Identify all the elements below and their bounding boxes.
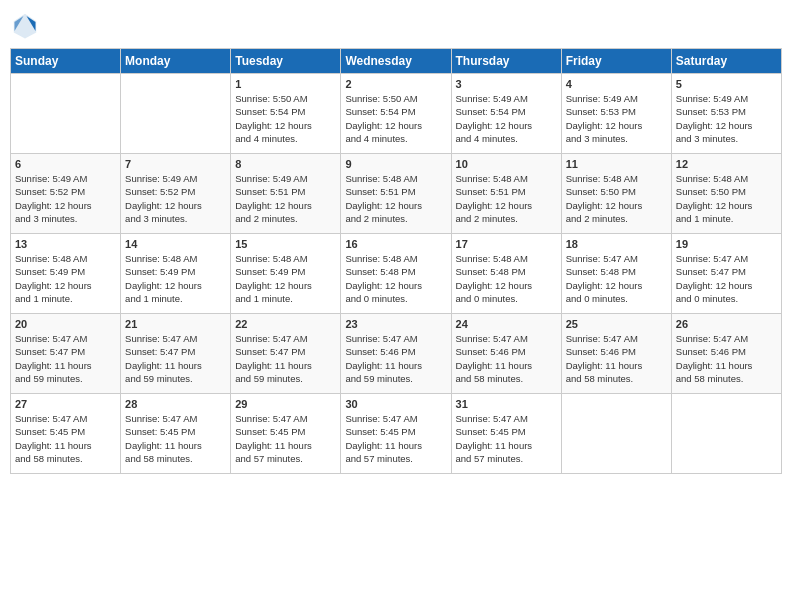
day-number: 3 (456, 78, 557, 90)
day-info: Sunrise: 5:47 AM Sunset: 5:46 PM Dayligh… (456, 332, 557, 385)
day-number: 13 (15, 238, 116, 250)
day-number: 17 (456, 238, 557, 250)
day-header-saturday: Saturday (671, 49, 781, 74)
calendar-body: 1Sunrise: 5:50 AM Sunset: 5:54 PM Daylig… (11, 74, 782, 474)
day-info: Sunrise: 5:48 AM Sunset: 5:51 PM Dayligh… (345, 172, 446, 225)
day-info: Sunrise: 5:47 AM Sunset: 5:46 PM Dayligh… (676, 332, 777, 385)
calendar-cell: 13Sunrise: 5:48 AM Sunset: 5:49 PM Dayli… (11, 234, 121, 314)
day-info: Sunrise: 5:47 AM Sunset: 5:46 PM Dayligh… (345, 332, 446, 385)
calendar-week-5: 27Sunrise: 5:47 AM Sunset: 5:45 PM Dayli… (11, 394, 782, 474)
calendar-cell: 27Sunrise: 5:47 AM Sunset: 5:45 PM Dayli… (11, 394, 121, 474)
day-number: 26 (676, 318, 777, 330)
calendar-cell: 17Sunrise: 5:48 AM Sunset: 5:48 PM Dayli… (451, 234, 561, 314)
day-info: Sunrise: 5:47 AM Sunset: 5:47 PM Dayligh… (235, 332, 336, 385)
day-number: 14 (125, 238, 226, 250)
calendar-cell: 16Sunrise: 5:48 AM Sunset: 5:48 PM Dayli… (341, 234, 451, 314)
day-info: Sunrise: 5:49 AM Sunset: 5:52 PM Dayligh… (15, 172, 116, 225)
day-header-sunday: Sunday (11, 49, 121, 74)
calendar-week-3: 13Sunrise: 5:48 AM Sunset: 5:49 PM Dayli… (11, 234, 782, 314)
calendar-cell: 19Sunrise: 5:47 AM Sunset: 5:47 PM Dayli… (671, 234, 781, 314)
day-number: 29 (235, 398, 336, 410)
calendar-cell: 29Sunrise: 5:47 AM Sunset: 5:45 PM Dayli… (231, 394, 341, 474)
day-number: 21 (125, 318, 226, 330)
calendar-cell: 30Sunrise: 5:47 AM Sunset: 5:45 PM Dayli… (341, 394, 451, 474)
day-number: 31 (456, 398, 557, 410)
day-info: Sunrise: 5:47 AM Sunset: 5:47 PM Dayligh… (676, 252, 777, 305)
calendar-cell (671, 394, 781, 474)
calendar-cell: 22Sunrise: 5:47 AM Sunset: 5:47 PM Dayli… (231, 314, 341, 394)
calendar-cell: 18Sunrise: 5:47 AM Sunset: 5:48 PM Dayli… (561, 234, 671, 314)
day-info: Sunrise: 5:47 AM Sunset: 5:45 PM Dayligh… (345, 412, 446, 465)
day-info: Sunrise: 5:48 AM Sunset: 5:49 PM Dayligh… (15, 252, 116, 305)
day-info: Sunrise: 5:48 AM Sunset: 5:49 PM Dayligh… (125, 252, 226, 305)
calendar-cell: 8Sunrise: 5:49 AM Sunset: 5:51 PM Daylig… (231, 154, 341, 234)
calendar-cell: 23Sunrise: 5:47 AM Sunset: 5:46 PM Dayli… (341, 314, 451, 394)
day-number: 8 (235, 158, 336, 170)
day-number: 11 (566, 158, 667, 170)
day-info: Sunrise: 5:49 AM Sunset: 5:51 PM Dayligh… (235, 172, 336, 225)
day-info: Sunrise: 5:50 AM Sunset: 5:54 PM Dayligh… (345, 92, 446, 145)
day-header-thursday: Thursday (451, 49, 561, 74)
day-number: 19 (676, 238, 777, 250)
day-info: Sunrise: 5:48 AM Sunset: 5:49 PM Dayligh… (235, 252, 336, 305)
day-number: 2 (345, 78, 446, 90)
calendar-cell: 28Sunrise: 5:47 AM Sunset: 5:45 PM Dayli… (121, 394, 231, 474)
calendar-cell: 24Sunrise: 5:47 AM Sunset: 5:46 PM Dayli… (451, 314, 561, 394)
day-number: 24 (456, 318, 557, 330)
calendar-cell: 1Sunrise: 5:50 AM Sunset: 5:54 PM Daylig… (231, 74, 341, 154)
day-info: Sunrise: 5:47 AM Sunset: 5:45 PM Dayligh… (125, 412, 226, 465)
page-header (10, 10, 782, 40)
calendar-cell: 11Sunrise: 5:48 AM Sunset: 5:50 PM Dayli… (561, 154, 671, 234)
logo (10, 10, 44, 40)
day-info: Sunrise: 5:48 AM Sunset: 5:50 PM Dayligh… (566, 172, 667, 225)
day-info: Sunrise: 5:47 AM Sunset: 5:47 PM Dayligh… (125, 332, 226, 385)
day-header-wednesday: Wednesday (341, 49, 451, 74)
calendar-cell: 31Sunrise: 5:47 AM Sunset: 5:45 PM Dayli… (451, 394, 561, 474)
day-number: 12 (676, 158, 777, 170)
calendar-cell: 26Sunrise: 5:47 AM Sunset: 5:46 PM Dayli… (671, 314, 781, 394)
day-header-friday: Friday (561, 49, 671, 74)
day-number: 10 (456, 158, 557, 170)
day-info: Sunrise: 5:48 AM Sunset: 5:51 PM Dayligh… (456, 172, 557, 225)
calendar-cell: 25Sunrise: 5:47 AM Sunset: 5:46 PM Dayli… (561, 314, 671, 394)
calendar-cell: 12Sunrise: 5:48 AM Sunset: 5:50 PM Dayli… (671, 154, 781, 234)
day-number: 20 (15, 318, 116, 330)
day-info: Sunrise: 5:48 AM Sunset: 5:50 PM Dayligh… (676, 172, 777, 225)
day-info: Sunrise: 5:49 AM Sunset: 5:54 PM Dayligh… (456, 92, 557, 145)
day-number: 4 (566, 78, 667, 90)
day-number: 1 (235, 78, 336, 90)
day-header-monday: Monday (121, 49, 231, 74)
day-number: 6 (15, 158, 116, 170)
day-number: 25 (566, 318, 667, 330)
calendar-cell: 20Sunrise: 5:47 AM Sunset: 5:47 PM Dayli… (11, 314, 121, 394)
day-number: 15 (235, 238, 336, 250)
calendar-cell: 5Sunrise: 5:49 AM Sunset: 5:53 PM Daylig… (671, 74, 781, 154)
day-number: 28 (125, 398, 226, 410)
day-number: 18 (566, 238, 667, 250)
calendar-cell (561, 394, 671, 474)
day-info: Sunrise: 5:48 AM Sunset: 5:48 PM Dayligh… (456, 252, 557, 305)
day-number: 16 (345, 238, 446, 250)
calendar-week-1: 1Sunrise: 5:50 AM Sunset: 5:54 PM Daylig… (11, 74, 782, 154)
day-header-tuesday: Tuesday (231, 49, 341, 74)
day-info: Sunrise: 5:50 AM Sunset: 5:54 PM Dayligh… (235, 92, 336, 145)
logo-icon (10, 10, 40, 40)
calendar-cell: 4Sunrise: 5:49 AM Sunset: 5:53 PM Daylig… (561, 74, 671, 154)
day-info: Sunrise: 5:47 AM Sunset: 5:45 PM Dayligh… (235, 412, 336, 465)
day-info: Sunrise: 5:48 AM Sunset: 5:48 PM Dayligh… (345, 252, 446, 305)
day-info: Sunrise: 5:47 AM Sunset: 5:47 PM Dayligh… (15, 332, 116, 385)
day-info: Sunrise: 5:47 AM Sunset: 5:46 PM Dayligh… (566, 332, 667, 385)
calendar-week-2: 6Sunrise: 5:49 AM Sunset: 5:52 PM Daylig… (11, 154, 782, 234)
calendar-cell: 2Sunrise: 5:50 AM Sunset: 5:54 PM Daylig… (341, 74, 451, 154)
calendar-cell: 10Sunrise: 5:48 AM Sunset: 5:51 PM Dayli… (451, 154, 561, 234)
calendar-cell: 15Sunrise: 5:48 AM Sunset: 5:49 PM Dayli… (231, 234, 341, 314)
calendar-cell: 3Sunrise: 5:49 AM Sunset: 5:54 PM Daylig… (451, 74, 561, 154)
day-info: Sunrise: 5:47 AM Sunset: 5:45 PM Dayligh… (456, 412, 557, 465)
calendar-cell: 7Sunrise: 5:49 AM Sunset: 5:52 PM Daylig… (121, 154, 231, 234)
calendar-cell: 6Sunrise: 5:49 AM Sunset: 5:52 PM Daylig… (11, 154, 121, 234)
day-info: Sunrise: 5:49 AM Sunset: 5:52 PM Dayligh… (125, 172, 226, 225)
day-info: Sunrise: 5:47 AM Sunset: 5:45 PM Dayligh… (15, 412, 116, 465)
day-number: 5 (676, 78, 777, 90)
calendar-cell: 21Sunrise: 5:47 AM Sunset: 5:47 PM Dayli… (121, 314, 231, 394)
calendar-week-4: 20Sunrise: 5:47 AM Sunset: 5:47 PM Dayli… (11, 314, 782, 394)
